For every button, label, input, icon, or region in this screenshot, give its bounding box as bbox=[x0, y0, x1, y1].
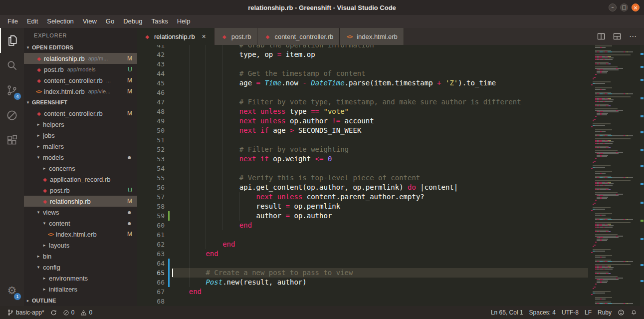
menu-item-go[interactable]: Go bbox=[101, 15, 119, 28]
menu-item-selection[interactable]: Selection bbox=[42, 15, 78, 28]
tree-item-relationship-rb[interactable]: ◆relationship.rbM bbox=[24, 196, 137, 207]
code-area[interactable]: # Grab the operation information type, o… bbox=[172, 45, 588, 306]
gutter-line[interactable]: 58 bbox=[137, 202, 172, 211]
tree-item-post-rb[interactable]: ◆post.rbU bbox=[24, 185, 137, 196]
code-line[interactable] bbox=[172, 59, 588, 69]
code-line[interactable]: age = Time.now - DateTime.parse(item.tim… bbox=[172, 78, 588, 88]
status-feedback[interactable] bbox=[615, 306, 628, 319]
code-line[interactable]: next unless type == "vote" bbox=[172, 107, 588, 116]
gutter-line[interactable]: 60 bbox=[137, 221, 172, 230]
open-editor-item-index-html-erb[interactable]: <>index.html.erbapp/vie...M bbox=[24, 86, 137, 97]
tree-item-jobs[interactable]: ▸jobs bbox=[24, 130, 137, 141]
code-line[interactable] bbox=[172, 259, 588, 268]
gutter-line[interactable]: 63 bbox=[137, 249, 172, 259]
tree-item-concerns[interactable]: ▸concerns bbox=[24, 163, 137, 174]
tree-item-application-record-rb[interactable]: ◆application_record.rb bbox=[24, 174, 137, 185]
gutter-line[interactable]: 47 bbox=[137, 97, 172, 107]
gutter-line[interactable]: 56 bbox=[137, 183, 172, 192]
tree-item-environments[interactable]: ▸environments bbox=[24, 273, 137, 284]
code-line[interactable]: next unless op.author != account bbox=[172, 116, 588, 126]
code-line[interactable]: result = op.permlink bbox=[172, 202, 588, 211]
menu-item-debug[interactable]: Debug bbox=[119, 15, 147, 28]
more-actions-icon[interactable]: ⋯ bbox=[629, 32, 637, 41]
gutter-line[interactable]: 54 bbox=[137, 164, 172, 173]
tree-item-mailers[interactable]: ▸mailers bbox=[24, 141, 137, 152]
open-editor-item-relationship-rb[interactable]: ◆relationship.rbapp/m...M bbox=[24, 53, 137, 64]
status-cursor-position[interactable]: Ln 65, Col 1 bbox=[488, 306, 526, 319]
code-line[interactable]: # Create a new post to pass to view bbox=[172, 268, 588, 278]
close-tab-icon[interactable]: × bbox=[200, 32, 208, 40]
code-line[interactable]: next if age > SECONDS_IN_WEEK bbox=[172, 126, 588, 135]
gutter-line[interactable]: 48 bbox=[137, 107, 172, 116]
gutter-line[interactable]: 64 bbox=[137, 259, 172, 268]
code-line[interactable] bbox=[172, 230, 588, 240]
activity-extensions[interactable] bbox=[0, 128, 24, 153]
code-line[interactable]: end bbox=[172, 249, 588, 259]
tree-item-index-html-erb[interactable]: <>index.html.erbM bbox=[24, 229, 137, 240]
code-line[interactable]: # Verify this is top-level piece of cont… bbox=[172, 173, 588, 183]
menu-item-help[interactable]: Help bbox=[173, 15, 195, 28]
status-indentation[interactable]: Spaces: 4 bbox=[526, 306, 559, 319]
split-editor-icon[interactable] bbox=[597, 32, 605, 40]
tree-item-content-controller-rb[interactable]: ◆content_controller.rbM bbox=[24, 108, 137, 119]
gutter-line[interactable]: 51 bbox=[137, 135, 172, 145]
activity-search[interactable] bbox=[0, 53, 24, 78]
code-line[interactable] bbox=[172, 164, 588, 173]
tab-content-controller-rb[interactable]: ◆content_controller.rb bbox=[257, 28, 340, 45]
activity-explorer[interactable] bbox=[0, 28, 24, 53]
gutter-line[interactable]: 67 bbox=[137, 287, 172, 297]
gutter-line[interactable]: 43 bbox=[137, 59, 172, 69]
code-line[interactable]: end bbox=[172, 240, 588, 249]
tree-item-config[interactable]: ▾config bbox=[24, 262, 137, 273]
code-line[interactable] bbox=[172, 88, 588, 97]
gutter-line[interactable]: 59 bbox=[137, 211, 172, 221]
menu-item-view[interactable]: View bbox=[78, 15, 101, 28]
gutter-line[interactable]: 65 bbox=[137, 268, 172, 278]
tree-item-bin[interactable]: ▸bin bbox=[24, 251, 137, 262]
code-line[interactable]: end bbox=[172, 287, 588, 297]
tab-post-rb[interactable]: ◆post.rb bbox=[215, 28, 258, 45]
tree-item-helpers[interactable]: ▸helpers bbox=[24, 119, 137, 130]
activity-settings[interactable]: ⚙ 1 bbox=[0, 278, 24, 303]
code-line[interactable] bbox=[172, 297, 588, 306]
gutter-line[interactable]: 52 bbox=[137, 145, 172, 154]
gutter-line[interactable]: 68 bbox=[137, 297, 172, 306]
menu-item-file[interactable]: File bbox=[3, 15, 22, 28]
tree-item-content[interactable]: ▾content● bbox=[24, 218, 137, 229]
status-errors[interactable]: 0 bbox=[60, 306, 78, 319]
code-line[interactable] bbox=[172, 135, 588, 145]
gutter-line[interactable]: 66 bbox=[137, 278, 172, 287]
gutter-line[interactable]: 46 bbox=[137, 88, 172, 97]
open-editor-item-post-rb[interactable]: ◆post.rbapp/modelsU bbox=[24, 64, 137, 75]
tree-item-initializers[interactable]: ▸initializers bbox=[24, 284, 137, 295]
menu-item-tasks[interactable]: Tasks bbox=[147, 15, 172, 28]
gutter-line[interactable]: 50 bbox=[137, 126, 172, 135]
gutter-line[interactable]: 61 bbox=[137, 230, 172, 240]
gutter-line[interactable]: 41 bbox=[137, 45, 172, 50]
open-editors-header[interactable]: ▾ OPEN EDITORS bbox=[24, 42, 137, 53]
minimap[interactable] bbox=[588, 45, 640, 306]
gutter-line[interactable]: 42 bbox=[137, 50, 172, 59]
code-line[interactable]: # Filter by vote weighting bbox=[172, 145, 588, 154]
gutter-line[interactable]: 62 bbox=[137, 240, 172, 249]
status-encoding[interactable]: UTF-8 bbox=[559, 306, 582, 319]
code-line[interactable]: next unless content.parent_author.empty? bbox=[172, 192, 588, 202]
tab-relationship-rb[interactable]: ◆relationship.rb× bbox=[137, 28, 215, 45]
code-line[interactable]: api.get_content(op.author, op.permlink) … bbox=[172, 183, 588, 192]
tree-item-models[interactable]: ▾models● bbox=[24, 152, 137, 163]
gutter-line[interactable]: 49 bbox=[137, 116, 172, 126]
gutter-line[interactable]: 53 bbox=[137, 154, 172, 164]
code-line[interactable]: author = op.author bbox=[172, 211, 588, 221]
gutter-line[interactable]: 57 bbox=[137, 192, 172, 202]
menu-item-edit[interactable]: Edit bbox=[22, 15, 42, 28]
code-line[interactable]: end bbox=[172, 221, 588, 230]
close-button[interactable]: × bbox=[632, 3, 640, 11]
status-eol[interactable]: LF bbox=[582, 306, 595, 319]
status-git-branch[interactable]: basic-app* bbox=[4, 306, 47, 319]
outline-header[interactable]: ▸ OUTLINE bbox=[24, 295, 137, 306]
code-line[interactable]: # Grab the operation information bbox=[172, 45, 588, 50]
status-warnings[interactable]: 0 bbox=[77, 306, 95, 319]
code-line[interactable]: next if op.weight <= 0 bbox=[172, 154, 588, 164]
gutter-line[interactable]: 55 bbox=[137, 173, 172, 183]
tree-item-views[interactable]: ▾views● bbox=[24, 207, 137, 218]
